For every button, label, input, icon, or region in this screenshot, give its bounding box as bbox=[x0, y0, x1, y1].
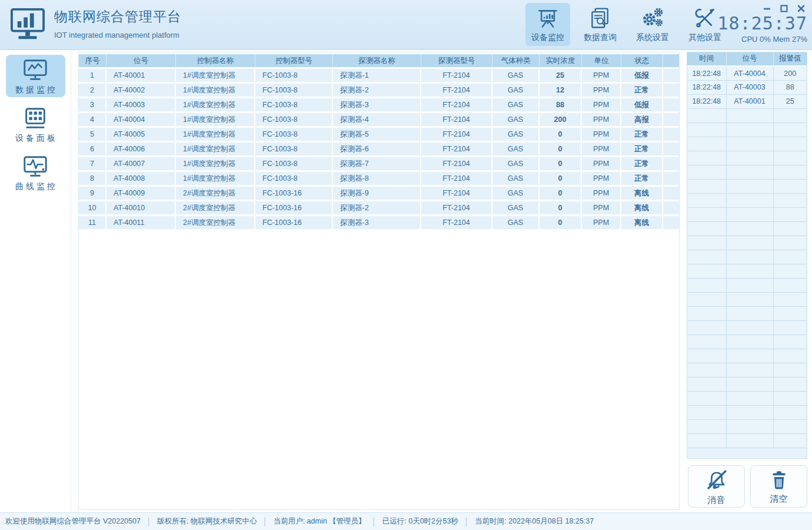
empty-cell bbox=[687, 334, 726, 349]
cell-detector: 探测器-5 bbox=[333, 128, 421, 141]
row-strip bbox=[663, 143, 679, 155]
empty-cell bbox=[726, 264, 773, 278]
empty-cell bbox=[726, 250, 773, 264]
cell-detector_model: FT-2104 bbox=[421, 128, 492, 141]
table-row[interactable]: 5AT-400051#调度室控制器FC-1003-8探测器-5FT-2104GA… bbox=[79, 128, 679, 141]
table-row[interactable]: 6AT-400061#调度室控制器FC-1003-8探测器-6FT-2104GA… bbox=[79, 143, 679, 155]
alarm-empty-row bbox=[687, 151, 807, 165]
alarm-time: 18:22:48 bbox=[687, 66, 726, 80]
cell-no: 9 bbox=[79, 187, 107, 200]
cell-controller: 2#调度室控制器 bbox=[176, 201, 255, 214]
row-strip bbox=[663, 84, 679, 97]
cell-value: 0 bbox=[540, 216, 582, 229]
alarm-row[interactable]: 18:22:48AT-40004200 bbox=[687, 66, 807, 80]
row-strip bbox=[663, 187, 679, 200]
cell-unit: PPM bbox=[582, 172, 621, 185]
nav-system-settings[interactable]: 系统设置 bbox=[630, 3, 675, 46]
cell-controller: 1#调度室控制器 bbox=[176, 84, 255, 97]
empty-cell bbox=[687, 306, 726, 320]
nav-label: 设备监控 bbox=[531, 32, 564, 43]
cell-unit: PPM bbox=[582, 128, 621, 141]
table-row[interactable]: 9AT-400092#调度室控制器FC-1003-16探测器-9FT-2104G… bbox=[79, 187, 679, 200]
empty-cell bbox=[726, 363, 773, 377]
cell-controller_model: FC-1003-16 bbox=[255, 216, 333, 229]
alarm-empty-row bbox=[687, 108, 807, 122]
empty-cell bbox=[687, 419, 726, 433]
alarm-empty-row bbox=[687, 278, 807, 292]
cell-unit: PPM bbox=[582, 157, 621, 170]
cell-detector_model: FT-2104 bbox=[421, 143, 492, 155]
alarm-value: 88 bbox=[773, 80, 807, 94]
alarm-tag: AT-40003 bbox=[726, 80, 773, 94]
alarm-header-row: 时间位号报警值 bbox=[687, 52, 807, 66]
table-row[interactable]: 3AT-400031#调度室控制器FC-1003-8探测器-3FT-2104GA… bbox=[79, 98, 679, 111]
cell-detector_model: FT-2104 bbox=[421, 98, 492, 111]
alarm-empty-row bbox=[687, 122, 807, 137]
table-row[interactable]: 11AT-400112#调度室控制器FC-1003-16探测器-3FT-2104… bbox=[79, 216, 679, 229]
nav-device-monitoring[interactable]: 设备监控 bbox=[525, 3, 570, 46]
empty-cell bbox=[726, 137, 773, 151]
nav-data-query[interactable]: 数据查询 bbox=[578, 3, 623, 46]
cell-unit: PPM bbox=[582, 69, 621, 82]
clear-button[interactable]: 清空 bbox=[750, 465, 807, 508]
alarm-empty-row bbox=[687, 405, 807, 419]
cpu-mem-usage: CPU 0% Mem 27% bbox=[718, 35, 808, 44]
cell-tag: AT-40010 bbox=[107, 201, 176, 214]
empty-cell bbox=[773, 236, 807, 250]
column-header: 位号 bbox=[107, 54, 176, 67]
data-monitor-icon bbox=[22, 57, 49, 83]
table-row[interactable]: 1AT-400011#调度室控制器FC-1003-8探测器-1FT-2104GA… bbox=[79, 69, 679, 82]
alarm-row[interactable]: 18:22:48AT-4000125 bbox=[687, 94, 807, 108]
row-strip bbox=[663, 172, 679, 185]
alarm-time: 18:22:48 bbox=[687, 94, 726, 108]
minimize-button[interactable] bbox=[763, 4, 771, 12]
table-row[interactable]: 10AT-400102#调度室控制器FC-1003-16探测器-2FT-2104… bbox=[79, 201, 679, 214]
sidebar-item-curve-monitoring[interactable]: 曲线监控 bbox=[6, 151, 65, 194]
cell-tag: AT-40007 bbox=[107, 157, 176, 170]
row-strip bbox=[663, 113, 679, 126]
table-row[interactable]: 4AT-400041#调度室控制器FC-1003-8探测器-4FT-2104GA… bbox=[79, 113, 679, 126]
cell-detector: 探测器-2 bbox=[333, 84, 421, 97]
empty-cell bbox=[687, 363, 726, 377]
empty-cell bbox=[687, 405, 726, 419]
status-current-user: 当前用户: admin 【管理员】 bbox=[274, 516, 366, 526]
row-strip bbox=[663, 157, 679, 170]
empty-cell bbox=[773, 122, 807, 137]
cell-unit: PPM bbox=[582, 216, 621, 229]
empty-cell bbox=[726, 334, 773, 349]
cell-status: 正常 bbox=[621, 157, 663, 170]
empty-cell bbox=[773, 221, 807, 236]
cell-controller: 2#调度室控制器 bbox=[176, 216, 255, 229]
cell-detector_model: FT-2104 bbox=[421, 84, 492, 97]
table-row[interactable]: 2AT-400021#调度室控制器FC-1003-8探测器-2FT-2104GA… bbox=[79, 84, 679, 97]
maximize-button[interactable] bbox=[780, 4, 788, 12]
cell-value: 0 bbox=[540, 128, 582, 141]
alarm-empty-row bbox=[687, 221, 807, 236]
row-strip bbox=[663, 69, 679, 82]
cell-detector: 探测器-4 bbox=[333, 113, 421, 126]
page-title: 物联网综合管理平台 bbox=[54, 8, 181, 26]
alarm-row[interactable]: 18:22:48AT-4000388 bbox=[687, 80, 807, 94]
alarm-empty-row bbox=[687, 349, 807, 363]
cell-tag: AT-40006 bbox=[107, 143, 176, 155]
sidebar-item-data-monitoring[interactable]: 数据监控 bbox=[6, 55, 65, 97]
nav-label: 其他设置 bbox=[688, 32, 721, 43]
alarm-tag: AT-40004 bbox=[726, 66, 773, 80]
title-block: 物联网综合管理平台 IOT integrated management plat… bbox=[54, 8, 181, 39]
cell-gas: GAS bbox=[492, 201, 540, 214]
empty-cell bbox=[687, 377, 726, 391]
close-button[interactable] bbox=[797, 4, 805, 12]
alarm-list-panel: 时间位号报警值 18:22:48AT-4000420018:22:48AT-40… bbox=[687, 52, 807, 459]
alarm-empty-row bbox=[687, 419, 807, 433]
empty-cell bbox=[773, 165, 807, 179]
cell-status: 正常 bbox=[621, 172, 663, 185]
sidebar-item-device-panel[interactable]: 设备面板 bbox=[6, 103, 65, 145]
empty-cell bbox=[773, 377, 807, 391]
mute-button[interactable]: 消音 bbox=[688, 465, 745, 508]
empty-cell bbox=[687, 137, 726, 151]
table-row[interactable]: 8AT-400081#调度室控制器FC-1003-8探测器-8FT-2104GA… bbox=[79, 172, 679, 185]
cell-detector_model: FT-2104 bbox=[421, 172, 492, 185]
cell-controller: 2#调度室控制器 bbox=[176, 187, 255, 200]
table-row[interactable]: 7AT-400071#调度室控制器FC-1003-8探测器-7FT-2104GA… bbox=[79, 157, 679, 170]
empty-cell bbox=[687, 165, 726, 179]
